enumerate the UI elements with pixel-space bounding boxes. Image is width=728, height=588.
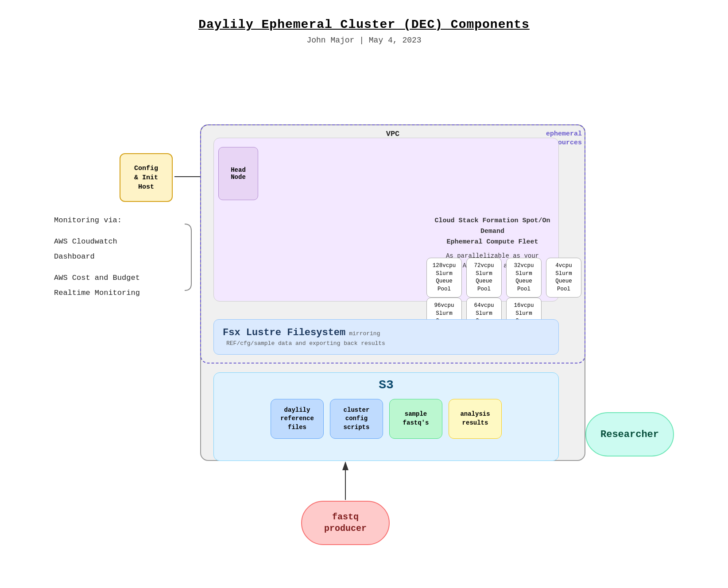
diagram-area: Config & Init Host Monitoring via: AWS C… bbox=[54, 67, 674, 576]
fsx-subtitle: REF/cfg/sample data and exporting back r… bbox=[226, 340, 385, 347]
queue-pools-row1: 128vcpuSlurmQueuePool 72vcpuSlurmQueuePo… bbox=[426, 258, 581, 298]
monitoring-section: Monitoring via: AWS Cloudwatch Dashboard… bbox=[54, 213, 140, 301]
bucket-analysis-results: analysisresults bbox=[449, 399, 502, 439]
queue-pool-128: 128vcpuSlurmQueuePool bbox=[426, 258, 462, 298]
fsx-mirroring: mirroring bbox=[349, 330, 380, 337]
queue-pool-72: 72vcpuSlurmQueuePool bbox=[466, 258, 502, 298]
s3-label: S3 bbox=[214, 373, 558, 392]
monitoring-cost: AWS Cost and Budget Realtime Monitoring bbox=[54, 271, 140, 301]
config-host-box: Config & Init Host bbox=[120, 153, 173, 202]
s3-buckets: daylilyreferencefiles clusterconfigscrip… bbox=[214, 399, 558, 439]
queue-pool-4: 4vcpuSlurmQueuePool bbox=[546, 258, 581, 298]
fsx-title: Fsx Lustre Filesystem bbox=[223, 327, 345, 338]
bucket-sample-fastq: samplefastq's bbox=[389, 399, 442, 439]
fsx-box: Fsx Lustre Filesystem mirroring REF/cfg/… bbox=[213, 319, 559, 355]
page-title: Daylily Ephemeral Cluster (DEC) Componen… bbox=[0, 18, 728, 31]
researcher-bubble: Researcher bbox=[585, 412, 674, 456]
bucket-daylily: daylilyreferencefiles bbox=[271, 399, 324, 439]
head-node: Head Node bbox=[218, 147, 258, 200]
page-subtitle: John Major | May 4, 2023 bbox=[0, 36, 728, 45]
queue-pool-32: 32vcpuSlurmQueuePool bbox=[506, 258, 542, 298]
fastq-producer-bubble: fastq producer bbox=[301, 501, 390, 545]
monitoring-title: Monitoring via: bbox=[54, 213, 140, 228]
bucket-cluster-config: clusterconfigscripts bbox=[330, 399, 383, 439]
s3-outer: S3 daylilyreferencefiles clusterconfigsc… bbox=[213, 372, 559, 461]
vpc-label: VPC bbox=[201, 125, 585, 138]
monitoring-cw: AWS Cloudwatch Dashboard bbox=[54, 234, 140, 264]
compute-area: Head Node Cloud Stack Formation Spot/On … bbox=[213, 138, 559, 302]
